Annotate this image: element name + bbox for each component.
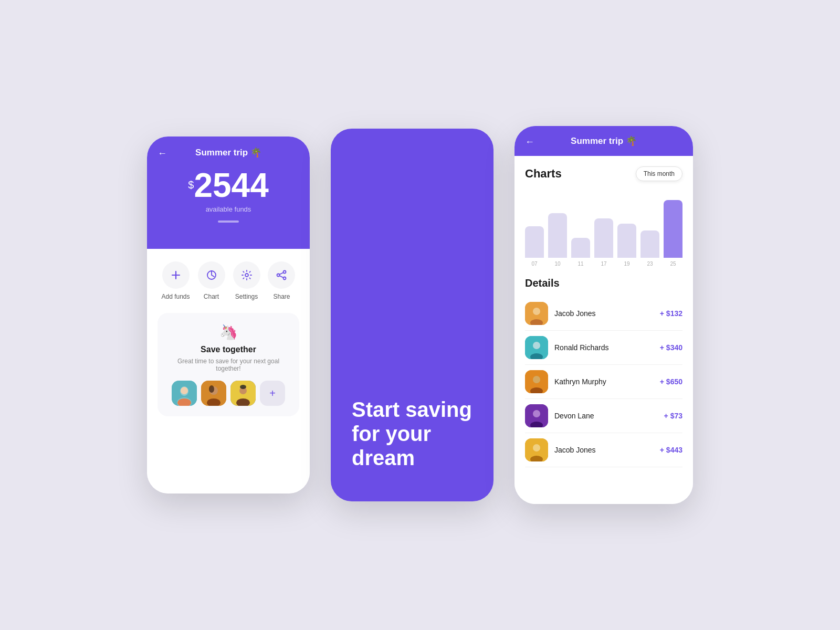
svg-point-5 bbox=[284, 277, 286, 280]
bar-19 bbox=[617, 224, 636, 258]
detail-avatar-1 bbox=[525, 336, 548, 359]
bar-group-19 bbox=[617, 224, 636, 258]
chart-action[interactable]: Chart bbox=[198, 261, 225, 300]
svg-point-11 bbox=[181, 387, 188, 394]
detail-amount-3: + $73 bbox=[664, 412, 682, 420]
unicorn-emoji: 🦄 bbox=[168, 323, 289, 341]
bar-group-10 bbox=[548, 213, 567, 258]
share-icon bbox=[268, 261, 295, 289]
phone-2: Start savingfor yourdream bbox=[331, 129, 494, 501]
label-11: 11 bbox=[571, 261, 590, 267]
add-funds-icon bbox=[162, 261, 190, 289]
add-avatar-button[interactable]: + bbox=[260, 381, 285, 406]
save-together-description: Great time to save for your next goal to… bbox=[168, 358, 289, 372]
detail-name-4: Jacob Jones bbox=[554, 446, 660, 454]
phone-1: ← Summer trip 🌴 $2544 available funds bbox=[147, 136, 310, 494]
share-action[interactable]: Share bbox=[268, 261, 295, 300]
bar-23 bbox=[640, 230, 659, 258]
label-07: 07 bbox=[525, 261, 544, 267]
settings-action[interactable]: Settings bbox=[233, 261, 260, 300]
svg-point-4 bbox=[277, 274, 280, 277]
svg-line-7 bbox=[280, 276, 284, 278]
dollar-sign: $ bbox=[188, 179, 194, 191]
details-title: Details bbox=[525, 277, 682, 289]
phone-3: ← Summer trip 🌴 Charts This month bbox=[514, 126, 693, 504]
phone1-white-section: Add funds Chart bbox=[147, 249, 310, 494]
bar-group-11 bbox=[571, 238, 590, 258]
detail-item-1[interactable]: Ronald Richards + $340 bbox=[525, 331, 682, 365]
bar-group-23 bbox=[640, 230, 659, 258]
label-23: 23 bbox=[640, 261, 659, 267]
share-label: Share bbox=[273, 293, 290, 300]
detail-item-2[interactable]: Kathryn Murphy + $650 bbox=[525, 365, 682, 399]
chart-labels: 07 10 11 17 19 23 25 bbox=[525, 261, 682, 267]
bar-group-07 bbox=[525, 226, 544, 258]
avatar-1 bbox=[172, 381, 197, 406]
header-divider bbox=[218, 220, 239, 223]
available-amount: 2544 bbox=[194, 166, 268, 204]
detail-amount-1: + $340 bbox=[660, 343, 682, 352]
svg-point-25 bbox=[533, 342, 540, 349]
settings-icon bbox=[233, 261, 260, 289]
label-25: 25 bbox=[664, 261, 682, 267]
save-together-card: 🦄 Save together Great time to save for y… bbox=[158, 313, 299, 416]
settings-label: Settings bbox=[235, 293, 258, 300]
phone1-amount-section: $2544 available funds bbox=[158, 169, 299, 213]
charts-title: Charts bbox=[525, 167, 562, 181]
detail-amount-0: + $132 bbox=[660, 309, 682, 318]
avatar-2 bbox=[201, 381, 226, 406]
label-19: 19 bbox=[617, 261, 636, 267]
detail-avatar-3 bbox=[525, 404, 548, 427]
phone1-header: ← Summer trip 🌴 $2544 available funds bbox=[147, 136, 310, 249]
bar-11 bbox=[571, 238, 590, 258]
phone3-body: Charts This month bbox=[514, 156, 693, 504]
svg-point-28 bbox=[533, 376, 540, 383]
svg-point-22 bbox=[533, 308, 540, 315]
phone1-back-button[interactable]: ← bbox=[158, 148, 167, 159]
svg-point-16 bbox=[209, 385, 214, 393]
phone2-main-text: Start savingfor yourdream bbox=[352, 397, 472, 470]
svg-point-3 bbox=[284, 271, 286, 274]
charts-header: Charts This month bbox=[525, 166, 682, 181]
bar-chart bbox=[525, 190, 682, 258]
this-month-button[interactable]: This month bbox=[636, 166, 682, 181]
bar-07 bbox=[525, 226, 544, 258]
detail-amount-2: + $650 bbox=[660, 377, 682, 386]
detail-avatar-4 bbox=[525, 438, 548, 461]
available-funds-label: available funds bbox=[158, 205, 299, 213]
label-10: 10 bbox=[548, 261, 567, 267]
bar-group-17 bbox=[594, 218, 613, 258]
detail-avatar-2 bbox=[525, 370, 548, 393]
detail-item-4[interactable]: Jacob Jones + $443 bbox=[525, 433, 682, 467]
detail-name-0: Jacob Jones bbox=[554, 309, 660, 318]
detail-name-1: Ronald Richards bbox=[554, 343, 660, 352]
phone3-title: Summer trip 🌴 bbox=[525, 135, 682, 146]
detail-avatar-0 bbox=[525, 302, 548, 325]
detail-amount-4: + $443 bbox=[660, 446, 682, 454]
chart-label: Chart bbox=[204, 293, 219, 300]
group-avatars: + bbox=[168, 381, 289, 406]
bar-10 bbox=[548, 213, 567, 258]
add-funds-action[interactable]: Add funds bbox=[161, 261, 190, 300]
bar-group-25 bbox=[664, 200, 682, 258]
svg-point-31 bbox=[533, 410, 540, 417]
bar-17 bbox=[594, 218, 613, 258]
svg-line-6 bbox=[280, 272, 284, 275]
phone3-header: ← Summer trip 🌴 bbox=[514, 126, 693, 156]
svg-point-2 bbox=[245, 274, 248, 277]
phone2-text: Start savingfor yourdream bbox=[352, 397, 472, 475]
bar-25 bbox=[664, 200, 682, 258]
avatar-3 bbox=[230, 381, 256, 406]
svg-point-20 bbox=[240, 385, 246, 389]
save-together-title: Save together bbox=[168, 345, 289, 354]
detail-item-0[interactable]: Jacob Jones + $132 bbox=[525, 297, 682, 331]
detail-name-2: Kathryn Murphy bbox=[554, 377, 660, 386]
action-buttons-row: Add funds Chart bbox=[158, 261, 299, 300]
svg-point-34 bbox=[533, 444, 540, 452]
detail-name-3: Devon Lane bbox=[554, 412, 664, 420]
detail-item-3[interactable]: Devon Lane + $73 bbox=[525, 399, 682, 433]
add-funds-label: Add funds bbox=[161, 293, 190, 300]
label-17: 17 bbox=[594, 261, 613, 267]
phone1-title: Summer trip 🌴 bbox=[158, 147, 299, 158]
phone3-back-button[interactable]: ← bbox=[525, 136, 534, 148]
